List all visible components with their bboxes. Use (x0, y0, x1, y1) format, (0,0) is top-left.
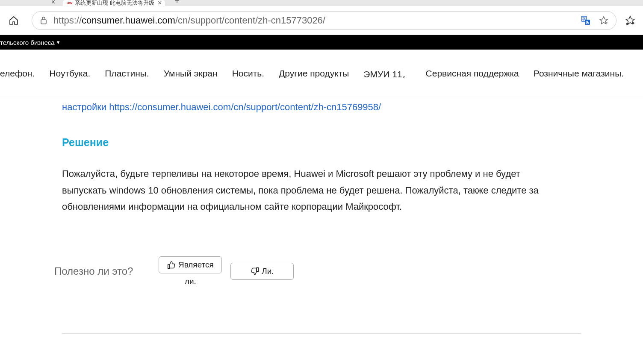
svg-rect-0 (41, 20, 46, 24)
favorite-icon[interactable] (599, 16, 608, 25)
collections-button[interactable] (625, 15, 635, 26)
nav-item-retail[interactable]: Розничные магазины. (534, 68, 624, 80)
nav-item-other[interactable]: Другие продукты (279, 68, 349, 80)
svg-text:あ: あ (586, 21, 589, 24)
browser-tab-active[interactable]: HW 系统更新山现 此电脑无法将升级 × (63, 0, 165, 6)
nav-item-smartscreen[interactable]: Умный экран (164, 68, 218, 80)
huawei-favicon-icon: HW (66, 0, 72, 6)
address-bar: https://consumer.huawei.com/cn/support/c… (0, 6, 643, 35)
main-nav-list: елефон. Ноутбука. Пластины. Умный экран … (0, 68, 624, 80)
chevron-down-icon: ▼ (56, 40, 61, 45)
nav-item-wearable[interactable]: Носить. (232, 68, 264, 80)
url-text: https://consumer.huawei.com/cn/support/c… (53, 15, 576, 26)
translate-icon[interactable]: 字 あ (581, 16, 590, 25)
lock-icon (40, 16, 47, 25)
related-link[interactable]: настройки https://consumer.huawei.com/cn… (62, 99, 581, 114)
nav-item-laptop[interactable]: Ноутбука. (49, 68, 90, 80)
browser-tab-strip: × HW 系统更新山现 此电脑无法将升级 × + (0, 0, 643, 6)
feedback-no-label: Ли. (262, 267, 274, 276)
nav-item-support[interactable]: Сервисная поддержка (426, 68, 519, 80)
nav-item-emui[interactable]: ЭМУИ 11。 (363, 68, 411, 80)
thumbs-up-icon (167, 261, 176, 269)
solution-text: Пожалуйста, будьте терпеливы на некоторо… (62, 166, 554, 215)
url-field[interactable]: https://consumer.huawei.com/cn/support/c… (32, 11, 616, 30)
feedback-row: Полезно ли это? Является ли. (62, 256, 581, 286)
feedback-question: Полезно ли это? (54, 265, 133, 277)
home-icon (9, 15, 19, 26)
brand-top-bar: тельского бизнеса ▼ (0, 35, 643, 50)
main-nav: елефон. Ноутбука. Пластины. Умный экран … (0, 50, 643, 99)
feedback-no-button[interactable]: Ли. (230, 263, 294, 280)
feedback-yes-button[interactable]: Является (159, 256, 222, 273)
feedback-yes-label: Является (178, 260, 214, 270)
url-actions: 字 あ (581, 16, 608, 25)
feedback-yes-below: ли. (185, 277, 196, 286)
article-content: настройки https://consumer.huawei.com/cn… (0, 99, 643, 364)
thumbs-down-icon (251, 267, 259, 276)
close-icon[interactable]: × (158, 0, 162, 6)
nav-item-tablet[interactable]: Пластины. (105, 68, 149, 80)
home-button[interactable] (8, 15, 20, 26)
divider (62, 333, 581, 334)
solution-heading: Решение (62, 136, 581, 149)
nav-item-phone[interactable]: елефон. (0, 68, 35, 80)
tab-title: 系统更新山现 此电脑无法将升级 (75, 0, 154, 6)
brand-dropdown[interactable]: тельского бизнеса ▼ (0, 39, 61, 46)
new-tab-button[interactable]: + (169, 0, 185, 6)
close-icon[interactable]: × (47, 0, 59, 6)
